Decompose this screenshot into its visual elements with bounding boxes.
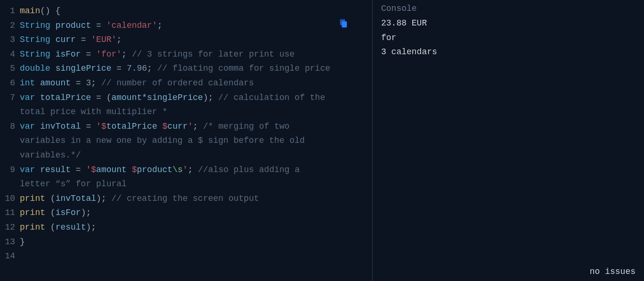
code-line[interactable]: 9var result = '$amount $product\s'; //al…	[0, 163, 372, 191]
issues-status: no issues	[590, 267, 636, 276]
code-content[interactable]: var invTotal = '$totalPrice $curr'; /* m…	[20, 119, 372, 163]
line-number: 14	[0, 249, 20, 264]
line-number: 10	[0, 191, 20, 206]
code-content[interactable]: var result = '$amount $product\s'; //als…	[20, 163, 372, 191]
code-content[interactable]: }	[20, 235, 63, 249]
console-pane: Console 23.88 EUR for 3 calendars no iss…	[372, 0, 644, 281]
code-content[interactable]: print (result);	[20, 220, 134, 235]
line-number: 11	[0, 206, 20, 220]
editor-pane[interactable]: 1main() {2String product = 'calendar';3S…	[0, 0, 372, 281]
code-line[interactable]: 14	[0, 249, 372, 264]
code-content[interactable]	[20, 249, 57, 264]
line-number: 3	[0, 33, 20, 47]
code-content[interactable]: main() {	[20, 4, 98, 18]
code-content[interactable]: String product = 'calendar';	[20, 18, 200, 33]
console-title: Console	[381, 4, 636, 13]
line-number: 13	[0, 235, 20, 249]
line-number: 4	[0, 47, 20, 62]
code-line[interactable]: 4String isFor = 'for'; // 3 strings for …	[0, 47, 372, 62]
console-output: 23.88 EUR for 3 calendars	[381, 16, 636, 59]
code-content[interactable]: double singlePrice = 7.96; // floating c…	[20, 61, 368, 76]
copy-icon[interactable]	[338, 18, 349, 28]
code-line[interactable]: 10print (invTotal); // creating the scre…	[0, 191, 372, 206]
code-line[interactable]: 2String product = 'calendar';	[0, 18, 372, 33]
code-line[interactable]: 11print (isFor);	[0, 206, 372, 220]
code-content[interactable]: var totalPrice = (amount*singlePrice); /…	[20, 91, 372, 119]
line-number: 8	[0, 119, 20, 163]
code-line[interactable]: 6int amount = 3; // number of ordered ca…	[0, 76, 372, 91]
code-editor[interactable]: 1main() {2String product = 'calendar';3S…	[0, 4, 372, 264]
line-number: 1	[0, 4, 20, 18]
code-content[interactable]: print (isFor);	[20, 206, 129, 220]
line-number: 2	[0, 18, 20, 33]
code-line[interactable]: 12print (result);	[0, 220, 372, 235]
code-content[interactable]: String curr = 'EUR';	[20, 33, 159, 47]
code-line[interactable]: 5double singlePrice = 7.96; // floating …	[0, 61, 372, 76]
line-number: 12	[0, 220, 20, 235]
line-number: 9	[0, 163, 20, 191]
code-content[interactable]: String isFor = 'for'; // 3 strings for l…	[20, 47, 332, 62]
svg-rect-1	[340, 19, 345, 25]
code-line[interactable]: 13}	[0, 235, 372, 249]
code-line[interactable]: 8var invTotal = '$totalPrice $curr'; /* …	[0, 119, 372, 163]
code-content[interactable]: int amount = 3; // number of ordered cal…	[20, 76, 292, 91]
code-line[interactable]: 7var totalPrice = (amount*singlePrice); …	[0, 91, 372, 119]
code-line[interactable]: 1main() {	[0, 4, 372, 18]
code-content[interactable]: print (invTotal); // creating the screen…	[20, 191, 297, 206]
line-number: 5	[0, 61, 20, 76]
line-number: 7	[0, 91, 20, 119]
code-line[interactable]: 3String curr = 'EUR';	[0, 33, 372, 47]
line-number: 6	[0, 76, 20, 91]
